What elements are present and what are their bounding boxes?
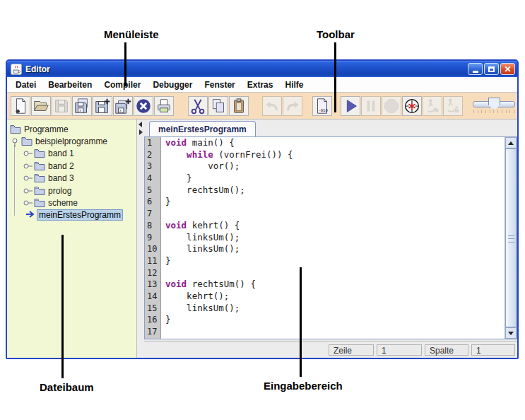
annotation-line-dateibaum <box>61 235 64 378</box>
code-line[interactable]: } <box>161 196 505 208</box>
collapse-handle-icon[interactable] <box>10 136 20 146</box>
copy-button[interactable] <box>208 96 228 116</box>
code-line[interactable] <box>161 326 505 338</box>
code-line[interactable]: void main() { <box>161 137 505 149</box>
tree-item-prolog[interactable]: prolog <box>7 185 136 197</box>
line-number: 8 <box>145 220 160 232</box>
stop-button <box>382 96 401 116</box>
code-line[interactable]: linksUm(); <box>161 232 505 244</box>
tree-item-band-2[interactable]: band 2 <box>7 160 136 172</box>
menu-item-compiler[interactable]: Compiler <box>104 80 141 90</box>
code-line[interactable]: } <box>161 314 505 326</box>
tree-item-band-3[interactable]: band 3 <box>7 173 136 185</box>
code-line[interactable]: vor(); <box>161 161 505 173</box>
tree-item-label[interactable]: band 3 <box>47 173 76 183</box>
annotation-toolbar: Toolbar <box>317 28 355 40</box>
code-line[interactable]: linksUm(); <box>161 243 505 255</box>
code-editor[interactable]: 1234567891011121314151617 void main() { … <box>144 136 517 339</box>
pause-button <box>361 96 381 116</box>
speed-slider[interactable] <box>473 97 514 115</box>
collapse-right-icon[interactable] <box>139 129 143 135</box>
line-number: 12 <box>145 267 160 279</box>
title-bar[interactable]: Editor ✕ <box>7 61 517 77</box>
tree-item-label[interactable]: band 1 <box>47 148 76 158</box>
expand-handle-icon[interactable] <box>23 173 33 183</box>
save-as-button[interactable] <box>93 96 112 116</box>
new-file-button[interactable] <box>11 96 30 116</box>
close-file-button[interactable] <box>134 96 153 116</box>
scrollbar-thumb[interactable] <box>505 148 517 327</box>
code-line[interactable]: linksUm(); <box>161 303 505 315</box>
line-number: 3 <box>145 161 160 173</box>
tree-item-label[interactable]: scheme <box>47 198 79 208</box>
save-all-icon: x <box>73 97 91 115</box>
code-line[interactable]: void rechtsUm() { <box>161 279 505 291</box>
slider-thumb-icon[interactable] <box>488 98 500 110</box>
code-line[interactable]: rechtsUm(); <box>161 185 505 197</box>
open-file-button[interactable] <box>31 96 51 116</box>
menu-item-hilfe[interactable]: Hilfe <box>285 80 303 90</box>
menu-item-bearbeiten[interactable]: Bearbeiten <box>48 80 92 90</box>
menu-item-debugger[interactable]: Debugger <box>153 80 192 90</box>
editor-pane: meinErstesProgramm 123456789101112131415… <box>144 119 517 358</box>
line-number: 2 <box>145 149 160 161</box>
code-line[interactable] <box>161 267 505 279</box>
tree-item-label[interactable]: Programme <box>23 124 70 134</box>
code-line[interactable]: } <box>161 173 505 185</box>
cut-button[interactable] <box>188 96 208 116</box>
tree-item-meinerstesprogramm[interactable]: meinErstesProgramm <box>7 209 136 221</box>
code-line[interactable]: void kehrt() { <box>161 220 505 232</box>
vertical-scrollbar[interactable] <box>505 137 517 339</box>
paste-button[interactable] <box>229 96 249 116</box>
scroll-up-button[interactable] <box>505 137 517 148</box>
tree-item-programme[interactable]: Programme <box>7 123 136 135</box>
undo-button <box>262 96 282 116</box>
expand-handle-icon[interactable] <box>23 186 33 196</box>
tree-item-label[interactable]: meinErstesProgramm <box>37 209 123 221</box>
code-text[interactable]: void main() { while (vornFrei()) { vor()… <box>161 137 505 339</box>
expand-handle-icon[interactable] <box>23 198 33 208</box>
expand-handle-icon[interactable] <box>23 148 33 158</box>
collapse-left-icon[interactable] <box>138 122 142 127</box>
save-button <box>52 96 71 116</box>
folder-icon <box>34 148 45 158</box>
arrow-up-icon <box>508 141 514 145</box>
tree-item-label[interactable]: beispielprogramme <box>34 136 109 146</box>
save-all-as-button[interactable]: x <box>113 96 133 116</box>
code-line[interactable]: kehrt(); <box>161 291 505 303</box>
slider-ticks <box>473 110 514 113</box>
code-line[interactable]: while (vornFrei()) { <box>161 149 505 161</box>
line-number: 4 <box>145 173 160 185</box>
close-file-icon <box>134 97 153 115</box>
annotation-eingabebereich: Eingabebereich <box>264 380 343 392</box>
save-all-as-icon: x <box>114 97 132 115</box>
scroll-down-button[interactable] <box>505 327 517 339</box>
tree-item-band-1[interactable]: band 1 <box>7 148 136 160</box>
maximize-button[interactable] <box>484 63 499 75</box>
step-over-icon <box>444 97 462 115</box>
run-button[interactable] <box>341 96 360 116</box>
tab-meinerstesprogramm[interactable]: meinErstesProgramm <box>149 121 256 136</box>
print-button[interactable] <box>154 96 174 116</box>
compile-button[interactable]: ‑010 <box>312 96 332 116</box>
minimize-button[interactable] <box>468 63 483 75</box>
code-line[interactable] <box>161 208 505 220</box>
line-number: 5 <box>145 185 160 197</box>
menu-item-extras[interactable]: Extras <box>247 80 273 90</box>
tree-item-scheme[interactable]: scheme <box>7 197 136 209</box>
line-number: 7 <box>145 208 160 220</box>
tree-item-label[interactable]: band 2 <box>47 161 76 171</box>
menu-item-datei[interactable]: Datei <box>16 80 36 90</box>
debug-target-button[interactable] <box>402 96 422 116</box>
tree-item-label[interactable]: prolog <box>47 186 73 196</box>
menu-bar: DateiBearbeitenCompilerDebuggerFensterEx… <box>7 77 517 93</box>
close-button[interactable]: ✕ <box>500 63 515 75</box>
save-all-button[interactable]: x <box>72 96 92 116</box>
file-tree[interactable]: Programmebeispielprogrammeband 1band 2ba… <box>7 119 137 358</box>
menu-item-fenster[interactable]: Fenster <box>204 80 235 90</box>
tree-item-beispielprogramme[interactable]: beispielprogramme <box>7 135 136 147</box>
code-line[interactable]: } <box>161 255 505 267</box>
content-area: Programmebeispielprogrammeband 1band 2ba… <box>7 119 517 358</box>
new-file-icon <box>11 97 30 115</box>
expand-handle-icon[interactable] <box>23 161 33 171</box>
